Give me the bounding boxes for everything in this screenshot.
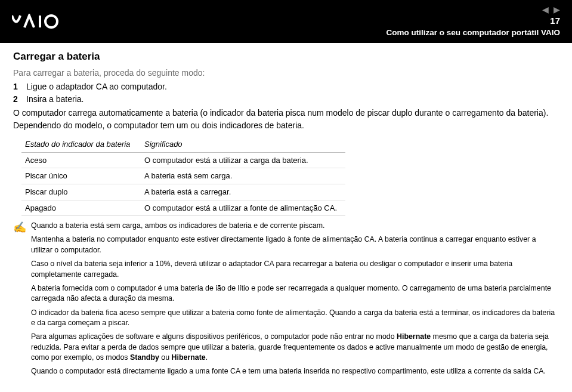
step-item: 2 Insira a bateria. xyxy=(13,94,559,105)
note-paragraph: Caso o nível da bateria seja inferior a … xyxy=(31,259,559,280)
step-number: 1 xyxy=(13,81,20,92)
table-cell: A bateria está sem carga. xyxy=(141,168,345,184)
prev-page-arrow-icon[interactable]: ◀ xyxy=(542,5,549,14)
page-number: 17 xyxy=(386,16,560,26)
table-cell: O computador está a utilizar a fonte de … xyxy=(141,200,345,216)
table-header: Significado xyxy=(141,137,345,152)
page-header: ◀ ▶ 17 Como utilizar o seu computador po… xyxy=(0,0,572,43)
step-text: Ligue o adaptador CA ao computador. xyxy=(26,81,167,92)
next-page-arrow-icon[interactable]: ▶ xyxy=(554,5,560,14)
table-cell: Apagado xyxy=(21,200,141,216)
vaio-logo xyxy=(12,14,78,29)
intro-text: Para carregar a bateria, proceda do segu… xyxy=(13,67,559,79)
step-list: 1 Ligue o adaptador CA ao computador. 2 … xyxy=(13,81,559,105)
section-title: Carregar a bateria xyxy=(13,50,559,64)
note-block: ✍ Quando a bateria está sem carga, ambos… xyxy=(13,221,559,381)
note-paragraph: Quando o computador está directamente li… xyxy=(31,366,559,376)
table-row: Piscar único A bateria está sem carga. xyxy=(21,168,345,184)
note-body: Quando a bateria está sem carga, ambos o… xyxy=(31,221,559,381)
indicator-table: Estado do indicador da bateria Significa… xyxy=(21,137,345,216)
nav-arrows: ◀ ▶ xyxy=(386,5,560,14)
step-item: 1 Ligue o adaptador CA ao computador. xyxy=(13,81,559,92)
table-cell: Piscar duplo xyxy=(21,184,141,200)
step-text: Insira a bateria. xyxy=(26,94,84,105)
note-paragraph: Quando a bateria está sem carga, ambos o… xyxy=(31,221,559,231)
paragraph: Dependendo do modelo, o computador tem u… xyxy=(13,120,559,131)
table-header: Estado do indicador da bateria xyxy=(21,137,141,152)
table-cell: O computador está a utilizar a carga da … xyxy=(141,152,345,168)
page-content: Carregar a bateria Para carregar a bater… xyxy=(0,43,572,388)
svg-rect-0 xyxy=(39,16,41,27)
table-cell: Piscar único xyxy=(21,168,141,184)
paragraph: O computador carrega automaticamente a b… xyxy=(13,107,559,119)
table-cell: A bateria está a carregar. xyxy=(141,184,345,200)
note-paragraph: Para algumas aplicações de software e al… xyxy=(31,332,559,363)
header-right: ◀ ▶ 17 Como utilizar o seu computador po… xyxy=(386,5,560,37)
table-cell: Aceso xyxy=(21,152,141,168)
svg-point-1 xyxy=(45,16,57,27)
note-paragraph: Mantenha a bateria no computador enquant… xyxy=(31,234,559,255)
note-paragraph: A bateria fornecida com o computador é u… xyxy=(31,283,559,304)
bold-term: Hibernate xyxy=(397,332,431,341)
table-row: Piscar duplo A bateria está a carregar. xyxy=(21,184,345,200)
step-number: 2 xyxy=(13,94,20,105)
table-header-row: Estado do indicador da bateria Significa… xyxy=(21,137,345,152)
table-row: Apagado O computador está a utilizar a f… xyxy=(21,200,345,216)
note-paragraph: O indicador da bateria fica aceso sempre… xyxy=(31,308,559,329)
bold-term: Hibernate xyxy=(172,353,206,362)
bold-term: Standby xyxy=(130,353,159,362)
breadcrumb: Como utilizar o seu computador portátil … xyxy=(386,28,560,37)
note-icon: ✍ xyxy=(13,222,25,381)
table-row: Aceso O computador está a utilizar a car… xyxy=(21,152,345,168)
